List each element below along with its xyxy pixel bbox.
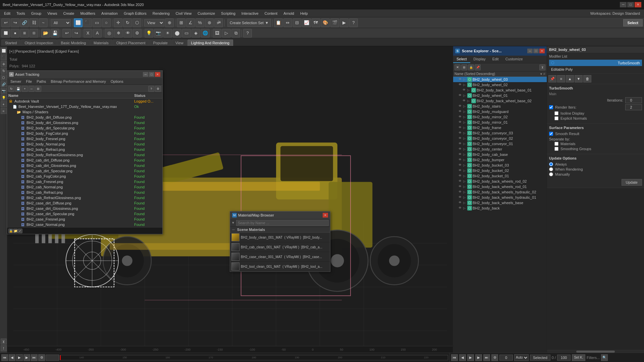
scale-button[interactable]: ⬡: [132, 18, 141, 27]
menu-animation[interactable]: Animation: [99, 11, 120, 16]
se-visibility-eye[interactable]: 👁: [459, 83, 463, 87]
menu-modifiers[interactable]: Modifiers: [77, 11, 98, 16]
always-radio[interactable]: [549, 162, 553, 166]
se-visibility-eye[interactable]: 👁: [459, 163, 463, 167]
explicit-normals-checkbox[interactable]: [554, 116, 558, 120]
at-asset-list[interactable]: 🏛 Autodesk Vault Logged O... 📄 Beet_Harv…: [7, 99, 162, 227]
se-expand-tri[interactable]: ▷: [463, 105, 467, 108]
at-settings-btn[interactable]: ⚙: [155, 86, 161, 92]
render-setup-button[interactable]: 🎬: [330, 18, 339, 27]
pr-frame-input[interactable]: [499, 355, 513, 361]
at-menu-bitmap[interactable]: Bitmap Performance and Memory: [49, 79, 108, 83]
asset-tracking-item[interactable]: 🖼 BH2_body_FogColor.png Found: [7, 131, 162, 136]
se-lock-btn[interactable]: 🔒: [468, 64, 474, 70]
se-visibility-eye[interactable]: 👁: [459, 169, 463, 173]
plane-btn[interactable]: ▭: [182, 29, 191, 38]
asset-tracking-item[interactable]: 🖼 BH2_cab_Refract.png Found: [7, 190, 162, 195]
render-button[interactable]: ▶: [340, 18, 348, 27]
save-button[interactable]: 💾: [51, 29, 59, 38]
scene-explorer-item[interactable]: 👁 ▷ ⬡ BH2_body_cab_base: [453, 152, 547, 157]
se-tab-customize[interactable]: Customize: [502, 56, 526, 63]
open-button[interactable]: 📂: [41, 29, 50, 38]
smoothing-groups-checkbox[interactable]: [554, 147, 558, 151]
scene-explorer-item[interactable]: 👁 ▷ ⬡ BH2_body_back_wheels_rod_01: [453, 184, 547, 189]
se-visibility-eye[interactable]: 👁: [459, 110, 463, 114]
isolate-button[interactable]: ◎: [105, 29, 113, 38]
iterations-input[interactable]: [625, 97, 642, 103]
at-menu-options[interactable]: Options: [109, 79, 125, 83]
frame-input[interactable]: 0: [46, 355, 59, 361]
prop-move-down-btn[interactable]: ▼: [575, 75, 583, 82]
pr-options-btn[interactable]: ⚙: [491, 354, 498, 361]
asset-tracking-item[interactable]: 🖼 BH2_case_dirt_Specular.png Found: [7, 211, 162, 217]
menu-group[interactable]: Group: [29, 11, 44, 16]
editable-poly-item[interactable]: Editable Poly: [549, 67, 642, 72]
menu-content[interactable]: Content: [262, 11, 280, 16]
menu-help[interactable]: Help: [298, 11, 311, 16]
left-scale-btn[interactable]: ⬡: [1, 74, 7, 80]
se-expand-tri[interactable]: ▷: [463, 131, 467, 135]
update-button[interactable]: Update: [622, 179, 642, 186]
se-expand-tri[interactable]: ▷: [463, 142, 467, 145]
se-pin-btn[interactable]: 📌: [475, 64, 481, 70]
se-sort-icon[interactable]: ▼ F: [540, 72, 545, 76]
align-button[interactable]: ⊟: [293, 18, 302, 27]
prop-move-up-btn[interactable]: ▲: [566, 75, 574, 82]
se-expand-tri[interactable]: ▷: [463, 126, 467, 129]
at-refresh-btn[interactable]: ↻: [8, 86, 14, 92]
move-button[interactable]: ✛: [114, 18, 122, 27]
se-visibility-eye[interactable]: 👁: [459, 206, 463, 210]
help2-button[interactable]: ?: [243, 29, 252, 38]
se-visibility-eye[interactable]: 👁: [459, 115, 463, 119]
asset-tracking-item[interactable]: 📂 Maps / Shaders: [7, 109, 162, 115]
snap-toggle-button[interactable]: ⊞: [177, 18, 185, 27]
left-funnel-btn[interactable]: ⊻: [1, 339, 7, 345]
se-visibility-eye[interactable]: 👁: [459, 153, 463, 157]
asset-tracking-item[interactable]: 🖼 BH2_case_Normal.png Found: [7, 222, 162, 227]
scene-explorer-item[interactable]: 👁 ▷ ⬡ BH2_body_bucket_02: [453, 168, 547, 173]
material-btn[interactable]: ◈: [192, 29, 200, 38]
se-expand-tri[interactable]: ▷: [463, 185, 467, 188]
layer-btn-4[interactable]: ⊟: [30, 29, 38, 38]
maximize-button[interactable]: □: [627, 2, 634, 7]
isoline-checkbox[interactable]: [554, 111, 558, 115]
scene-explorer-item[interactable]: 👁 ▷ ⬡ BH2_body_back_wheels_base: [453, 200, 547, 205]
at-status-check-btn[interactable]: ✓: [18, 229, 22, 233]
render2-button[interactable]: 🖼: [213, 29, 221, 38]
se-expand-tri[interactable]: ▷: [463, 115, 467, 119]
select-object-button[interactable]: ⬜: [74, 18, 83, 27]
scene-explorer-item[interactable]: 👁 ▷ ⬡ BH2_body_back_wheels_hydraulic_02: [453, 189, 547, 195]
se-visibility-eye[interactable]: 👁: [463, 99, 467, 103]
graph-editor-button[interactable]: 📈: [302, 18, 311, 27]
asset-tracking-item[interactable]: 📄 Beet_Harvester_Vervaet_17T_Dusty_Yello…: [7, 104, 162, 109]
asset-tracking-item[interactable]: 🖼 BH2_body_Refract.png Found: [7, 147, 162, 152]
se-expand-tri[interactable]: ▷: [467, 99, 471, 103]
se-visibility-eye[interactable]: 👁: [459, 104, 463, 108]
se-expand-tri[interactable]: ▷: [463, 94, 467, 97]
tab-materials[interactable]: Materials: [90, 40, 112, 46]
left-helper-btn[interactable]: +: [1, 101, 7, 107]
at-menu-file[interactable]: File: [24, 79, 34, 83]
asset-tracking-item[interactable]: 🖼 BH2_cab_Normal.png Found: [7, 184, 162, 190]
se-visibility-eye[interactable]: 👁: [459, 174, 463, 178]
se-tab-edit[interactable]: Edit: [489, 56, 502, 63]
at-status-lock-btn[interactable]: 🔒: [8, 229, 13, 233]
menu-civil-view[interactable]: Civil View: [173, 11, 194, 16]
se-expand-tri[interactable]: ▷: [463, 78, 467, 81]
turbosmooth-modifier-item[interactable]: ⬡ TurboSmooth: [549, 60, 642, 66]
at-menu-paths[interactable]: Paths: [35, 79, 48, 83]
se-expand-tri[interactable]: ▷: [463, 153, 467, 156]
at-help-btn[interactable]: ?: [148, 86, 154, 92]
asset-btn[interactable]: A: [93, 29, 102, 38]
menu-arnold[interactable]: Arnold: [281, 11, 297, 16]
mb-search-input[interactable]: [236, 220, 329, 226]
se-expand-tri[interactable]: ▷: [463, 201, 467, 204]
spinner-snap-button[interactable]: ⊛: [205, 18, 214, 27]
se-visibility-eye[interactable]: 👁: [459, 131, 463, 135]
angle-snap-button[interactable]: ∠: [186, 18, 195, 27]
scene-explorer-item[interactable]: 👁 ▷ ⬡ BH2_body_back_wheels_hydraulic_01: [453, 195, 547, 200]
mb-materials-list[interactable]: BH2_body_clean_001_MAT ( VRayMtl ) [BH2_…: [230, 233, 330, 272]
left-camera-btn[interactable]: 📷: [1, 88, 7, 94]
left-select-btn[interactable]: ⬜: [1, 48, 7, 54]
tab-object-placement[interactable]: Object Placement: [113, 40, 149, 46]
